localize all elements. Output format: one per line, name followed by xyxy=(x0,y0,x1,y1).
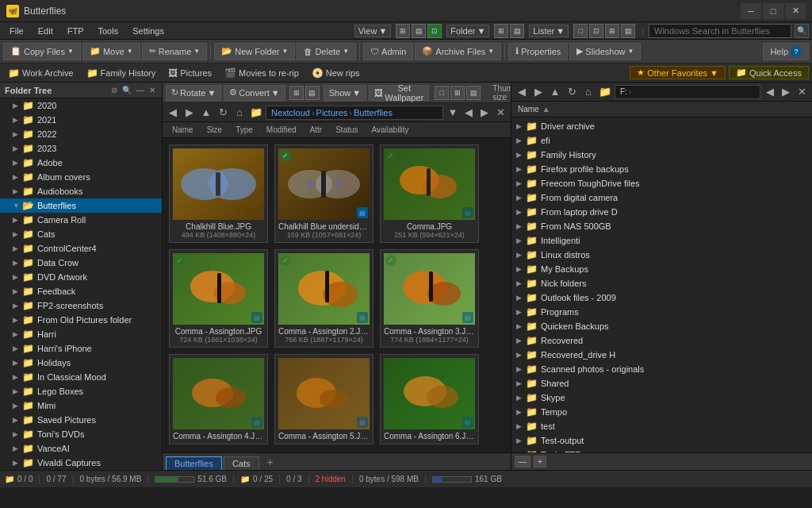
col-attr[interactable]: Attr xyxy=(304,125,330,134)
tree-item-saved-pictures[interactable]: ▶ 📁 Saved Pictures xyxy=(0,413,162,427)
rt-item-from-nas[interactable]: ▶ 📁 From NAS 500GB xyxy=(513,219,810,233)
tree-item-2022[interactable]: ▶ 📁 2022 xyxy=(0,127,162,141)
r-home-button[interactable]: ⌂ xyxy=(581,85,596,99)
rt-item-test-output[interactable]: ▶ 📁 Test-output xyxy=(513,433,810,448)
view-dropdown[interactable]: View ▼ xyxy=(354,25,392,37)
panel-left-button[interactable]: ◀ xyxy=(462,106,476,120)
new-folder-button[interactable]: 📂 New Folder ▼ xyxy=(214,43,295,60)
file-item-comma-assington-2[interactable]: ✓ ▤ Comma - Assington 2.JPG 766 KB (1887… xyxy=(274,249,373,348)
filter-icon[interactable]: ⊘ xyxy=(109,85,119,95)
file-item-comma-assington-3[interactable]: ✓ ▤ Comma - Assington 3.JPG 774 KB (1884… xyxy=(380,249,479,348)
file-item-comma-assington[interactable]: ✓ ▤ Comma - Assington.JPG 724 KB (1661×1… xyxy=(169,249,268,348)
tree-item-toni-dvds[interactable]: ▶ 📁 Toni's DVDs xyxy=(0,427,162,441)
close-panel-button[interactable]: ✕ xyxy=(493,106,508,120)
rt-item-firefox-backups[interactable]: ▶ 📁 Firefox profile backups xyxy=(513,162,810,176)
archive-files-button[interactable]: 📦 Archive Files ▼ xyxy=(415,43,501,60)
tree-item-feedback[interactable]: ▶ 📁 Feedback xyxy=(0,284,162,298)
rename-button[interactable]: ✏ Rename ▼ xyxy=(142,43,208,60)
rt-item-quicken[interactable]: ▶ 📁 Quicken Backups xyxy=(513,319,810,333)
move-button[interactable]: 📁 Move ▼ xyxy=(82,43,140,60)
collapse-icon[interactable]: — xyxy=(135,85,146,95)
lister-icon-3[interactable]: ⊞ xyxy=(605,24,619,38)
r-panel-left-button[interactable]: ◀ xyxy=(763,85,777,99)
properties-button[interactable]: ℹ Properties xyxy=(508,43,568,60)
col-status[interactable]: Status xyxy=(329,125,365,134)
other-favorites-button[interactable]: ★ Other Favorites ▼ xyxy=(630,66,726,79)
home-button[interactable]: ⌂ xyxy=(232,106,247,120)
rt-item-nick-folders[interactable]: ▶ 📁 Nick folders xyxy=(513,276,810,291)
col-size[interactable]: Size xyxy=(201,125,229,134)
file-item-chalkhill-blue-underside[interactable]: ✓ ▤ Chalkhill Blue underside.JPG 159 KB … xyxy=(274,144,373,243)
tree-item-fp2[interactable]: ▶ 📁 FP2-screenshots xyxy=(0,298,162,313)
name-col-header[interactable]: Name ▲ xyxy=(518,105,550,114)
col-modified[interactable]: Modified xyxy=(260,125,304,134)
tree-item-vanceai[interactable]: ▶ 📁 VanceAI xyxy=(0,441,162,456)
add-tab-button[interactable]: + xyxy=(262,454,278,470)
breadcrumb-icon[interactable]: 📁 xyxy=(249,106,263,120)
set-wallpaper-button[interactable]: 🖼 Set Wallpaper xyxy=(369,85,429,101)
search-button[interactable]: 🔍 xyxy=(795,24,809,38)
close-tree-icon[interactable]: ✕ xyxy=(147,85,157,95)
path-nextcloud[interactable]: Nextcloud xyxy=(271,108,310,117)
tree-item-holidays[interactable]: ▶ 📁 Holidays xyxy=(0,356,162,370)
tree-item-lego[interactable]: ▶ 📁 Lego Boxes xyxy=(0,384,162,398)
lister-icon-4[interactable]: ▤ xyxy=(621,24,635,38)
rt-item-from-digital[interactable]: ▶ 📁 From digital camera xyxy=(513,190,810,205)
delete-button[interactable]: 🗑 Delete ▼ xyxy=(297,43,356,60)
menu-edit[interactable]: Edit xyxy=(32,25,59,37)
tree-item-2020[interactable]: ▶ 📁 2020 xyxy=(0,98,162,113)
forward-button[interactable]: ▶ xyxy=(182,106,197,120)
right-panel-plus-button[interactable]: + xyxy=(534,456,546,468)
rt-item-driver-archive[interactable]: ▶ 📁 Driver archive xyxy=(513,119,810,133)
rt-item-my-backups[interactable]: ▶ 📁 My Backups xyxy=(513,262,810,276)
panel-right-button[interactable]: ▶ xyxy=(477,106,492,120)
grid-icon-2[interactable]: ▤ xyxy=(305,86,320,100)
col-name[interactable]: Name xyxy=(166,125,201,134)
tree-item-mimi[interactable]: ▶ 📁 Mimi xyxy=(0,398,162,413)
r-back-button[interactable]: ◀ xyxy=(515,85,529,99)
tree-item-harri[interactable]: ▶ 📁 Harri xyxy=(0,327,162,341)
tab-cats[interactable]: Cats xyxy=(224,456,259,470)
folder-icon-2[interactable]: ▤ xyxy=(510,24,524,38)
rt-item-efi[interactable]: ▶ 📁 efi xyxy=(513,133,810,148)
convert-button[interactable]: ⚙ Convert ▼ xyxy=(224,85,285,101)
tree-item-harri-iphone[interactable]: ▶ 📁 Harri's iPhone xyxy=(0,341,162,356)
up-button[interactable]: ▲ xyxy=(199,106,213,120)
menu-file[interactable]: File xyxy=(3,25,30,37)
menu-settings[interactable]: Settings xyxy=(126,25,170,37)
rt-item-linux-distros[interactable]: ▶ 📁 Linux distros xyxy=(513,248,810,262)
rt-item-test[interactable]: ▶ 📁 test xyxy=(513,419,810,433)
search-tree-icon[interactable]: 🔍 xyxy=(121,85,133,95)
rt-item-recovered-drive-h[interactable]: ▶ 📁 Recovered_drive H xyxy=(513,348,810,362)
r-close-panel-button[interactable]: ✕ xyxy=(795,85,809,99)
show-button[interactable]: Show ▼ xyxy=(324,85,366,101)
minimize-button[interactable]: ─ xyxy=(741,3,761,19)
close-button[interactable]: ✕ xyxy=(785,3,806,19)
path-butterflies[interactable]: Butterflies xyxy=(354,108,393,117)
r-breadcrumb-icon[interactable]: 📁 xyxy=(598,85,612,99)
tab-butterflies[interactable]: Butterflies xyxy=(166,456,222,470)
rt-item-programs[interactable]: ▶ 📁 Programs xyxy=(513,305,810,319)
file-item-comma-assington-5[interactable]: ▤ Comma - Assington 5.JPG xyxy=(274,354,373,444)
lister-icon-2[interactable]: ⊡ xyxy=(589,24,603,38)
path-dropdown-button[interactable]: ▼ xyxy=(446,106,460,120)
file-item-comma-assington-6[interactable]: ▤ Comma - Assington 6.JPG xyxy=(380,354,479,444)
rt-item-intelligenti[interactable]: ▶ 📁 Intelligenti xyxy=(513,233,810,248)
rt-item-recovered[interactable]: ▶ 📁 Recovered xyxy=(513,333,810,348)
rt-item-scanned[interactable]: ▶ 📁 Scanned photos - originals xyxy=(513,362,810,376)
tree-item-from-old[interactable]: ▶ 📁 From Old Pictures folder xyxy=(0,313,162,327)
grid-icon-1[interactable]: ⊞ xyxy=(289,86,304,100)
maximize-button[interactable]: □ xyxy=(763,3,783,19)
r-panel-right-button[interactable]: ▶ xyxy=(779,85,793,99)
help-button[interactable]: Help ? xyxy=(763,43,809,60)
file-item-comma[interactable]: ✓ ▤ Comma.JPG 251 KB (994×621×24) xyxy=(380,144,479,243)
menu-tools[interactable]: Tools xyxy=(91,25,124,37)
tree-item-audiobooks[interactable]: ▶ 📁 Audiobooks xyxy=(0,184,162,198)
r-refresh-button[interactable]: ↻ xyxy=(565,85,579,99)
col-type[interactable]: Type xyxy=(229,125,260,134)
rotate-button[interactable]: ↻ Rotate ▼ xyxy=(166,85,221,101)
wallpaper-icon-1[interactable]: □ xyxy=(435,86,449,100)
path-pictures[interactable]: Pictures xyxy=(316,108,348,117)
tree-item-vivaldi[interactable]: ▶ 📁 Vivaldi Captures xyxy=(0,456,162,470)
tree-item-cats[interactable]: ▶ 📁 Cats xyxy=(0,227,162,241)
